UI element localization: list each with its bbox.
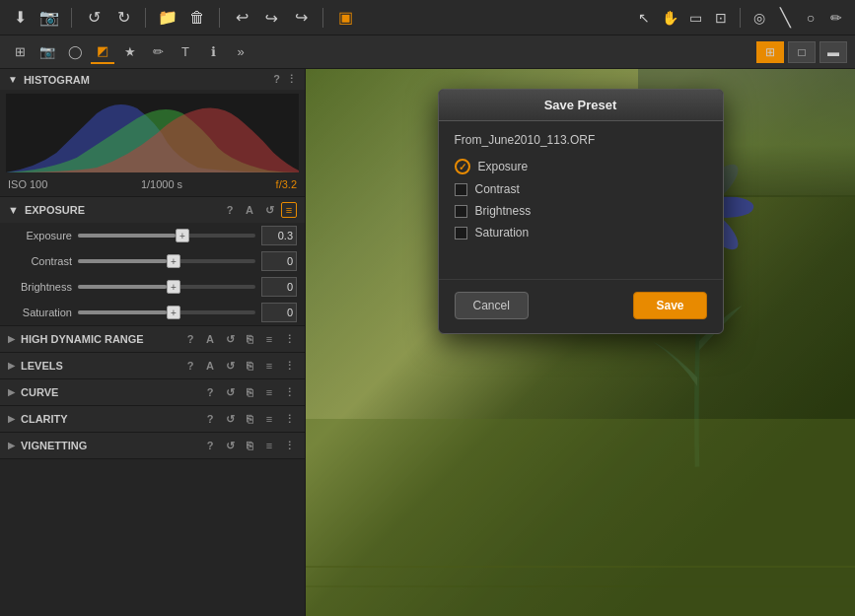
levels-reset[interactable]: ↺ xyxy=(222,358,238,374)
exposure-header: ▼ EXPOSURE ? A ↺ ≡ xyxy=(0,197,305,223)
tab-develop[interactable]: ◩ xyxy=(91,40,114,64)
contrast-track[interactable]: + xyxy=(78,259,255,263)
levels-section: ▶ LEVELS ? A ↺ ⎘ ≡ ⋮ xyxy=(0,353,305,379)
exposure-track[interactable]: + xyxy=(78,234,255,238)
select-rect-icon[interactable]: ▭ xyxy=(684,7,706,29)
tab-grid[interactable]: ⊞ xyxy=(8,40,32,64)
contrast-thumb[interactable]: + xyxy=(167,254,180,268)
hdr-reset[interactable]: ↺ xyxy=(222,331,238,347)
saturation-value[interactable]: 0 xyxy=(261,303,297,322)
curve-actions: ? ↺ ⎘ ≡ ⋮ xyxy=(202,384,297,400)
save-button[interactable]: Save xyxy=(633,292,706,319)
tab-info[interactable]: ℹ xyxy=(201,40,225,64)
saturation-thumb[interactable]: + xyxy=(167,306,180,319)
levels-header[interactable]: ▶ LEVELS ? A ↺ ⎘ ≡ ⋮ xyxy=(0,353,305,378)
vignetting-more[interactable]: ⋮ xyxy=(281,438,297,453)
vignetting-header[interactable]: ▶ VIGNETTING ? ↺ ⎘ ≡ ⋮ xyxy=(0,433,305,458)
line-icon[interactable]: ╲ xyxy=(774,7,796,29)
exposure-menu-icon[interactable]: ≡ xyxy=(281,202,297,218)
clarity-header[interactable]: ▶ CLARITY ? ↺ ⎘ ≡ ⋮ xyxy=(0,406,305,432)
exposure-value[interactable]: 0.3 xyxy=(261,226,297,245)
film-icon[interactable]: ▣ xyxy=(333,6,357,30)
redo-icon[interactable]: ↪ xyxy=(289,6,313,30)
brightness-thumb[interactable]: + xyxy=(167,280,180,294)
histogram-help-icon[interactable]: ? xyxy=(273,73,280,86)
dialog-title-bar: Save Preset xyxy=(439,90,723,121)
curve-help[interactable]: ? xyxy=(202,384,218,400)
contrast-checkbox-label: Contrast xyxy=(475,182,520,196)
contrast-checkbox[interactable] xyxy=(455,183,467,196)
undo-icon[interactable]: ↩ xyxy=(230,6,253,30)
tab-more[interactable]: » xyxy=(229,40,252,64)
histogram-menu-icon[interactable]: ⋮ xyxy=(286,73,297,86)
circle-icon[interactable]: ○ xyxy=(800,7,821,29)
top-toolbar-right: ↖ ✋ ▭ ⊡ ◎ ╲ ○ ✏ xyxy=(633,7,847,29)
curve-copy[interactable]: ⎘ xyxy=(242,384,257,400)
vignetting-copy[interactable]: ⎘ xyxy=(242,438,257,453)
curve-header[interactable]: ▶ CURVE ? ↺ ⎘ ≡ ⋮ xyxy=(0,379,305,405)
levels-menu[interactable]: ≡ xyxy=(261,358,277,374)
tab-text[interactable]: T xyxy=(174,40,197,64)
dialog-title: Save Preset xyxy=(544,98,617,112)
clarity-reset[interactable]: ↺ xyxy=(222,411,238,427)
hdr-actions: ? A ↺ ⎘ ≡ ⋮ xyxy=(182,331,297,347)
exposure-title: EXPOSURE xyxy=(25,204,85,216)
hdr-auto[interactable]: A xyxy=(202,331,218,347)
saturation-checkbox[interactable] xyxy=(455,227,467,240)
hand-icon[interactable]: ✋ xyxy=(659,7,680,29)
hdr-header[interactable]: ▶ HIGH DYNAMIC RANGE ? A ↺ ⎘ ≡ ⋮ xyxy=(0,326,305,352)
vignetting-menu[interactable]: ≡ xyxy=(261,438,277,453)
view-wide-btn[interactable]: ▬ xyxy=(819,41,847,63)
clarity-help[interactable]: ? xyxy=(202,411,218,427)
curve-arrow: ▶ xyxy=(8,387,15,397)
tab-camera2[interactable]: 📷 xyxy=(36,40,59,64)
exposure-thumb[interactable]: + xyxy=(176,229,189,242)
levels-more[interactable]: ⋮ xyxy=(281,358,297,374)
folder-icon[interactable]: 📁 xyxy=(156,6,179,30)
exposure-reset-icon[interactable]: ↺ xyxy=(261,202,277,218)
clarity-menu[interactable]: ≡ xyxy=(261,411,277,427)
curve-more[interactable]: ⋮ xyxy=(281,384,297,400)
curve-reset[interactable]: ↺ xyxy=(222,384,238,400)
view-single-btn[interactable]: □ xyxy=(788,41,816,63)
exposure-help-icon[interactable]: ? xyxy=(222,202,238,218)
hdr-help[interactable]: ? xyxy=(182,331,198,347)
hdr-copy[interactable]: ⎘ xyxy=(242,331,257,347)
exposure-auto-icon[interactable]: A xyxy=(242,202,257,218)
tab-star[interactable]: ★ xyxy=(118,40,142,64)
brightness-track[interactable]: + xyxy=(78,285,255,289)
pencil-icon[interactable]: ✏ xyxy=(825,7,847,29)
levels-help[interactable]: ? xyxy=(182,358,198,374)
clarity-title: CLARITY xyxy=(21,413,68,425)
brightness-value[interactable]: 0 xyxy=(261,277,297,297)
brightness-checkbox[interactable] xyxy=(455,205,467,218)
cursor-icon[interactable]: ↖ xyxy=(633,7,655,29)
crop-icon[interactable]: ⊡ xyxy=(710,7,732,29)
hdr-menu[interactable]: ≡ xyxy=(261,331,277,347)
camera-icon[interactable]: 📷 xyxy=(37,6,61,30)
clarity-more[interactable]: ⋮ xyxy=(281,411,297,427)
levels-auto[interactable]: A xyxy=(202,358,218,374)
saturation-track[interactable]: + xyxy=(78,310,255,314)
hdr-more[interactable]: ⋮ xyxy=(281,331,297,347)
levels-copy[interactable]: ⎘ xyxy=(242,358,257,374)
exposure-checkbox[interactable] xyxy=(455,159,470,174)
tab-brush[interactable]: ✏ xyxy=(146,40,170,64)
clarity-copy[interactable]: ⎘ xyxy=(242,411,257,427)
left-panel: ▼ HISTOGRAM ? ⋮ ISO 100 1/ xyxy=(0,69,306,616)
rotate-ccw-icon[interactable]: ↺ xyxy=(82,6,106,30)
vignetting-reset[interactable]: ↺ xyxy=(222,438,238,453)
view-switcher: ⊞ □ ▬ xyxy=(756,41,847,63)
transform-icon[interactable]: ◎ xyxy=(748,7,770,29)
tab-circle-dash[interactable]: ◯ xyxy=(63,40,87,64)
rotate-cw-icon[interactable]: ↻ xyxy=(111,6,135,30)
clarity-section: ▶ CLARITY ? ↺ ⎘ ≡ ⋮ xyxy=(0,406,305,433)
cancel-button[interactable]: Cancel xyxy=(455,292,529,319)
undo2-icon[interactable]: ↩ xyxy=(259,6,283,30)
vignetting-help[interactable]: ? xyxy=(202,438,218,453)
view-grid-btn[interactable]: ⊞ xyxy=(756,41,784,63)
delete-icon[interactable]: 🗑 xyxy=(185,6,209,30)
import-icon[interactable]: ⬇ xyxy=(8,6,32,30)
contrast-value[interactable]: 0 xyxy=(261,251,297,271)
curve-menu[interactable]: ≡ xyxy=(261,384,277,400)
